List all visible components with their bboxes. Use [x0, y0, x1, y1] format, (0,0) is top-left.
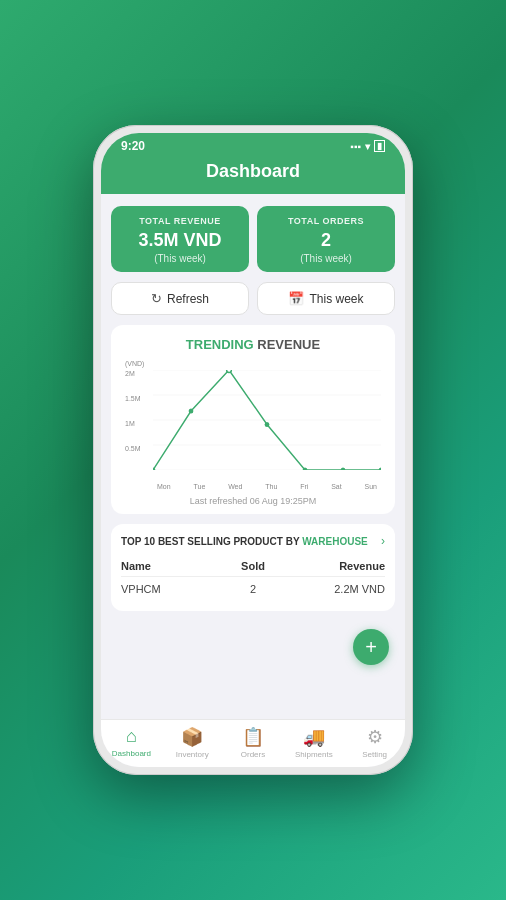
- chevron-right-icon[interactable]: ›: [381, 534, 385, 548]
- chart-dot-sat: [341, 468, 346, 471]
- x-label-thu: Thu: [265, 483, 277, 490]
- phone-frame: 9:20 ▪▪▪ ▾ ▮ Dashboard TOTAL REVENUE 3.5…: [93, 125, 413, 775]
- x-label-wed: Wed: [228, 483, 242, 490]
- product-revenue: 2.2M VND: [286, 583, 385, 595]
- stats-row: TOTAL REVENUE 3.5M VND (This week) TOTAL…: [111, 206, 395, 272]
- x-axis-labels: Mon Tue Wed Thu Fri Sat Sun: [153, 483, 381, 490]
- chart-title: TRENDING REVENUE: [121, 337, 385, 352]
- total-orders-label: TOTAL ORDERS: [267, 216, 385, 226]
- signal-icon: ▪▪▪: [350, 141, 361, 152]
- nav-dashboard-label: Dashboard: [112, 749, 151, 758]
- y-label-2m: 2M: [125, 370, 149, 377]
- nav-setting-label: Setting: [362, 750, 387, 759]
- chart-area: (VND) 2M 1.5M 1M 0.5M: [125, 360, 381, 490]
- total-orders-value: 2: [267, 230, 385, 251]
- home-icon: ⌂: [126, 726, 137, 747]
- chart-svg-container: [153, 370, 381, 470]
- nav-shipments[interactable]: 🚚 Shipments: [292, 726, 336, 759]
- products-title: TOP 10 BEST SELLING PRODUCT BY WAREHOUSE: [121, 536, 368, 547]
- chart-title-trending: TRENDING: [186, 337, 254, 352]
- chart-svg: [153, 370, 381, 470]
- total-orders-card: TOTAL ORDERS 2 (This week): [257, 206, 395, 272]
- refresh-icon: ↻: [151, 291, 162, 306]
- this-week-label: This week: [309, 292, 363, 306]
- nav-shipments-label: Shipments: [295, 750, 333, 759]
- refresh-label: Refresh: [167, 292, 209, 306]
- battery-icon: ▮: [374, 140, 385, 152]
- products-header: TOP 10 BEST SELLING PRODUCT BY WAREHOUSE…: [121, 534, 385, 548]
- chart-dot-thu: [265, 422, 270, 427]
- products-table-header: Name Sold Revenue: [121, 556, 385, 577]
- x-label-tue: Tue: [193, 483, 205, 490]
- total-revenue-card: TOTAL REVENUE 3.5M VND (This week): [111, 206, 249, 272]
- inventory-icon: 📦: [181, 726, 203, 748]
- y-axis-vnd-label: (VND): [125, 360, 144, 367]
- status-icons: ▪▪▪ ▾ ▮: [350, 140, 385, 152]
- phone-screen: 9:20 ▪▪▪ ▾ ▮ Dashboard TOTAL REVENUE 3.5…: [101, 133, 405, 767]
- y-label-0-5m: 0.5M: [125, 445, 149, 452]
- total-revenue-period: (This week): [121, 253, 239, 264]
- product-sold: 2: [220, 583, 286, 595]
- fab-icon: +: [365, 636, 377, 659]
- y-label-1m: 1M: [125, 420, 149, 427]
- refresh-button[interactable]: ↻ Refresh: [111, 282, 249, 315]
- product-name: VPHCM: [121, 583, 220, 595]
- x-label-sat: Sat: [331, 483, 342, 490]
- col-header-revenue: Revenue: [286, 560, 385, 572]
- app-header: Dashboard: [101, 157, 405, 194]
- wifi-icon: ▾: [365, 141, 370, 152]
- total-revenue-label: TOTAL REVENUE: [121, 216, 239, 226]
- x-label-fri: Fri: [300, 483, 308, 490]
- nav-inventory[interactable]: 📦 Inventory: [170, 726, 214, 759]
- chart-footer: Last refreshed 06 Aug 19:25PM: [121, 496, 385, 506]
- chart-dot-sun: [379, 468, 381, 471]
- nav-dashboard[interactable]: ⌂ Dashboard: [109, 726, 153, 759]
- action-buttons-row: ↻ Refresh 📅 This week: [111, 282, 395, 315]
- col-header-name: Name: [121, 560, 220, 572]
- main-content: TOTAL REVENUE 3.5M VND (This week) TOTAL…: [101, 194, 405, 719]
- status-bar: 9:20 ▪▪▪ ▾ ▮: [101, 133, 405, 157]
- y-label-1-5m: 1.5M: [125, 395, 149, 402]
- chart-dot-tue: [189, 409, 194, 414]
- products-card: TOP 10 BEST SELLING PRODUCT BY WAREHOUSE…: [111, 524, 395, 611]
- shipments-icon: 🚚: [303, 726, 325, 748]
- warehouse-label: WAREHOUSE: [302, 536, 368, 547]
- total-revenue-value: 3.5M VND: [121, 230, 239, 251]
- chart-dot-wed: [227, 370, 232, 373]
- nav-inventory-label: Inventory: [176, 750, 209, 759]
- col-header-sold: Sold: [220, 560, 286, 572]
- bottom-nav: ⌂ Dashboard 📦 Inventory 📋 Orders 🚚 Shipm…: [101, 719, 405, 767]
- status-time: 9:20: [121, 139, 145, 153]
- nav-orders[interactable]: 📋 Orders: [231, 726, 275, 759]
- x-label-mon: Mon: [157, 483, 171, 490]
- setting-icon: ⚙: [367, 726, 383, 748]
- orders-icon: 📋: [242, 726, 264, 748]
- chart-card: TRENDING REVENUE (VND) 2M 1.5M 1M 0.5M: [111, 325, 395, 514]
- fab-button[interactable]: +: [353, 629, 389, 665]
- page-title: Dashboard: [206, 161, 300, 181]
- table-row: VPHCM 2 2.2M VND: [121, 577, 385, 601]
- calendar-icon: 📅: [288, 291, 304, 306]
- y-axis-labels: 2M 1.5M 1M 0.5M: [125, 370, 149, 470]
- chart-title-revenue: REVENUE: [254, 337, 320, 352]
- this-week-button[interactable]: 📅 This week: [257, 282, 395, 315]
- nav-setting[interactable]: ⚙ Setting: [353, 726, 397, 759]
- nav-orders-label: Orders: [241, 750, 265, 759]
- products-title-text: TOP 10 BEST SELLING PRODUCT BY: [121, 536, 299, 547]
- x-label-sun: Sun: [365, 483, 377, 490]
- total-orders-period: (This week): [267, 253, 385, 264]
